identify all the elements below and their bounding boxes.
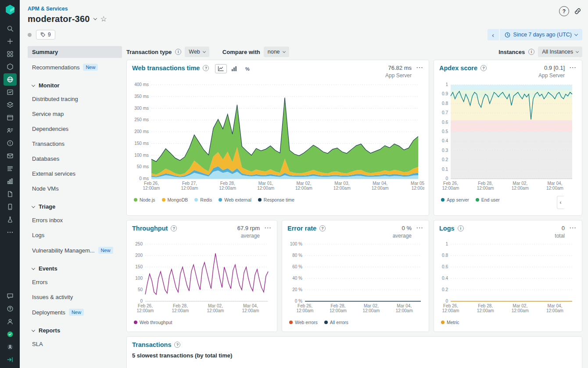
transaction-type-select[interactable]: Web [185,47,209,57]
sidebar-section-reports[interactable]: Reports [28,327,122,334]
entities-icon[interactable] [4,99,17,111]
web-transactions-title[interactable]: Web transactions time ? [132,65,209,72]
status-icon[interactable] [4,328,17,340]
more-icon[interactable] [4,226,17,238]
help-circle-icon[interactable]: ? [559,6,569,16]
collapse-panel-handle[interactable]: ‹ [557,196,564,209]
browser-icon[interactable] [4,112,17,124]
permalink-icon[interactable] [574,7,582,15]
favorite-star-icon[interactable]: ☆ [100,15,107,23]
sidebar-item-logs[interactable]: Logs [28,229,122,241]
legend-item-web-errors[interactable]: Web errors [289,320,318,325]
sidebar-item-external-services[interactable]: External services [28,168,122,180]
sidebar-item-databases[interactable]: Databases [28,153,122,165]
svg-text:12:00am: 12:00am [546,308,563,313]
throughput-title[interactable]: Throughput ? [132,225,177,232]
legend-item-web-throughput[interactable]: Web throughput [134,320,172,325]
dashboards-icon[interactable] [4,86,17,98]
collapse-rail-icon[interactable] [4,354,17,366]
line-chart-toggle[interactable] [215,64,227,73]
time-picker[interactable]: Since 7 days ago (UTC) [500,29,582,40]
compare-with-select[interactable]: none [264,47,289,57]
sidebar-item-service-map[interactable]: Service map [28,108,122,120]
chevron-down-icon [576,50,579,53]
sidebar-item-node-vms[interactable]: Node VMs [28,183,122,195]
info-icon[interactable]: i [175,49,181,55]
legend-item-app-server[interactable]: App server [441,197,469,202]
svg-text:Mar 02,: Mar 02, [208,303,223,308]
sidebar-item-vulnerability-managem[interactable]: Vulnerability Managem...New [28,244,122,256]
more-menu-icon[interactable]: ⋯ [264,226,272,230]
legend-item-mongodb[interactable]: MongoDB [162,197,188,202]
more-menu-icon[interactable]: ⋯ [416,65,423,70]
newrelic-logo[interactable] [4,4,16,17]
transactions-title[interactable]: Transactions ? [132,341,180,348]
legend-item-redis[interactable]: Redis [194,197,212,202]
chevron-down-icon [283,50,286,53]
docs-icon[interactable] [4,188,17,200]
sidebar-item-summary[interactable]: Summary [28,46,122,58]
legend-color-dot [441,198,445,202]
legend-item-end-user[interactable]: End user [476,197,500,202]
sidebar-item-recommendations[interactable]: RecommendationsNew [28,61,122,73]
help-icon[interactable]: ? [174,342,180,348]
workloads-icon[interactable] [4,124,17,137]
feedback-icon[interactable] [4,290,17,302]
add-icon[interactable] [4,35,17,47]
apm-services-icon[interactable] [4,73,17,86]
errors-inbox-icon[interactable] [4,150,17,162]
infrastructure-icon[interactable] [4,175,17,188]
time-back-button[interactable]: ‹ [488,29,499,40]
mobile-icon[interactable] [4,201,17,213]
help-icon[interactable]: ? [319,225,326,231]
legend-item-node-js[interactable]: Node.js [134,197,155,202]
sidebar-section-events[interactable]: Events [28,265,122,272]
title-dropdown-icon[interactable] [93,16,97,20]
info-icon[interactable]: i [528,49,534,55]
sidebar-section-monitor[interactable]: Monitor [28,82,122,89]
avatar-icon[interactable] [4,341,17,353]
sidebar-item-issues-activity[interactable]: Issues & activity [28,291,122,303]
apdex-title[interactable]: Apdex score ? [439,65,487,72]
sidebar-item-deployments[interactable]: DeploymentsNew [28,306,122,318]
svg-text:12:00am: 12:00am [207,308,224,313]
logs-title[interactable]: Logs i [439,225,464,232]
sidebar-item-errors[interactable]: Errors [28,276,122,288]
svg-text:150: 150 [135,264,143,269]
search-icon[interactable] [4,22,17,35]
percent-toggle[interactable]: % [241,64,253,73]
legend-item-all-errors[interactable]: All errors [324,320,348,325]
legend-item-metric[interactable]: Metric [441,320,459,325]
legend-item-web-external[interactable]: Web external [219,197,251,202]
sidebar-item-dependencies[interactable]: Dependencies [28,123,122,135]
explorer-icon[interactable] [4,61,17,73]
more-menu-icon[interactable]: ⋯ [569,226,577,230]
sidebar-section-triage[interactable]: Triage [28,203,122,210]
help-icon[interactable] [4,303,17,315]
legend-color-dot [134,198,137,202]
more-menu-icon[interactable]: ⋯ [569,65,577,70]
apps-icon[interactable] [4,48,17,60]
more-menu-icon[interactable]: ⋯ [416,226,423,230]
alerts-icon[interactable] [4,137,17,149]
transactions-card: Transactions ? 5 slowest transactions (b… [126,336,582,368]
error-rate-title[interactable]: Error rate ? [287,225,326,232]
sidebar-item-sla[interactable]: SLA [28,338,122,350]
synthetics-icon[interactable] [4,213,17,226]
sidebar-item-distributed-tracing[interactable]: Distributed tracing [28,93,122,105]
svg-text:Feb 26,: Feb 26, [298,303,312,308]
help-icon[interactable]: ? [480,65,487,71]
tags-button[interactable]: 9 [36,30,55,40]
instances-select[interactable]: All Instances [538,47,582,57]
logs-rail-icon[interactable] [4,162,17,175]
legend-item-response-time[interactable]: Response time [258,197,294,202]
sidebar-item-errors-inbox[interactable]: Errors inbox [28,214,122,226]
help-icon[interactable]: ? [203,65,209,71]
info-icon[interactable]: i [458,225,464,231]
help-icon[interactable]: ? [171,225,177,231]
bar-chart-toggle[interactable] [228,64,240,73]
sidebar-item-transactions[interactable]: Transactions [28,138,122,150]
breadcrumb[interactable]: APM & Services [28,6,68,12]
logs-chart: 00.20.40.60.81Feb 26,12:00amFeb 28,12:00… [439,241,577,318]
user-icon[interactable] [4,315,17,328]
